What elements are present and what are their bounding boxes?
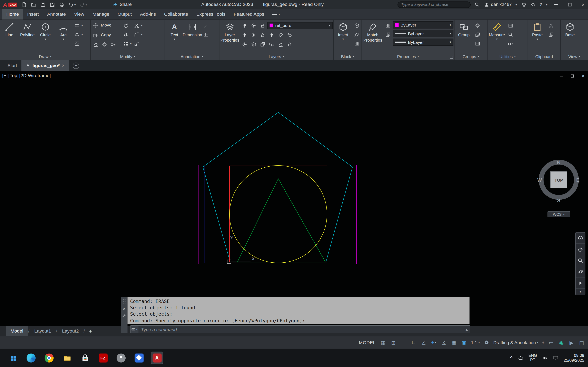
statusbar-plus-button[interactable]: + bbox=[542, 340, 545, 345]
object-color-button[interactable] bbox=[384, 21, 392, 30]
rectangle-button[interactable] bbox=[73, 21, 81, 30]
polyline-button[interactable]: Polyline bbox=[19, 21, 36, 52]
infer-constraints-toggle[interactable]: ≡ bbox=[400, 340, 407, 345]
tab-output[interactable]: Output bbox=[113, 9, 136, 19]
tab-manage[interactable]: Manage bbox=[88, 9, 113, 19]
insert-button[interactable]: Insert▾ bbox=[334, 21, 352, 52]
group-manager-button[interactable] bbox=[473, 39, 481, 48]
object-color-dropdown[interactable]: ByLayer ▾ bbox=[393, 21, 453, 29]
minimize-button[interactable] bbox=[551, 0, 561, 9]
erase-button[interactable] bbox=[91, 40, 100, 48]
rotate-button[interactable] bbox=[121, 21, 130, 30]
start-button[interactable] bbox=[8, 353, 18, 363]
layer-isolate-button[interactable] bbox=[268, 31, 276, 39]
explode-button[interactable] bbox=[100, 40, 108, 48]
layer-unisolate-button[interactable] bbox=[240, 40, 249, 48]
lineweight-dropdown[interactable]: ByLayer ▾ bbox=[393, 39, 453, 46]
command-recent-icon[interactable]: ▾ bbox=[131, 326, 138, 333]
app-store-cart-icon[interactable] bbox=[521, 2, 527, 7]
new-file-button[interactable] bbox=[20, 1, 28, 8]
model-space-indicator[interactable]: MODEL bbox=[359, 340, 376, 345]
layer-lock-icon[interactable] bbox=[259, 21, 267, 30]
open-file-button[interactable] bbox=[30, 1, 38, 8]
viewcube-east[interactable]: E bbox=[576, 177, 579, 183]
selection-filter-toggle[interactable]: ◉ bbox=[558, 340, 565, 345]
polar-tracking-toggle[interactable]: ∠ bbox=[420, 340, 427, 345]
scale-button[interactable] bbox=[132, 39, 140, 48]
autocad-logo[interactable]: A CAD bbox=[0, 0, 20, 9]
file-tab-start[interactable]: Start bbox=[3, 60, 22, 71]
tray-network-icon[interactable] bbox=[553, 355, 559, 361]
drawing-viewport[interactable]: YX [−] [Top] [2D Wireframe] × TOP N W E … bbox=[0, 71, 588, 326]
zoom-extents-button[interactable] bbox=[576, 255, 585, 266]
layer-thaw-icon[interactable] bbox=[249, 21, 258, 30]
tray-clock[interactable]: 09:0925/09/2025 bbox=[563, 353, 584, 363]
fillet-button[interactable] bbox=[132, 30, 140, 39]
utilities-panel-label[interactable]: Utilities▾ bbox=[488, 53, 528, 59]
close-button[interactable]: × bbox=[578, 0, 588, 9]
taskbar-store-icon[interactable] bbox=[79, 352, 91, 364]
save-as-button[interactable] bbox=[48, 1, 56, 8]
array-dropdown-icon[interactable]: ▾ bbox=[130, 42, 131, 45]
stretch-button[interactable] bbox=[109, 40, 117, 48]
file-tab-figuras-geo[interactable]: figuras_geo* × bbox=[21, 60, 69, 71]
square[interactable] bbox=[229, 166, 327, 262]
taskbar-gimp-icon[interactable] bbox=[115, 352, 127, 364]
ellipse-dropdown-icon[interactable]: ▾ bbox=[81, 33, 83, 36]
tab-layout2[interactable]: Layout2 bbox=[58, 326, 83, 336]
redo-button[interactable]: ▾ bbox=[78, 1, 88, 8]
layer-match-button[interactable] bbox=[277, 31, 285, 39]
tab-view[interactable]: View bbox=[70, 9, 88, 19]
graphics-performance-toggle[interactable]: ▶ bbox=[568, 340, 575, 345]
ortho-toggle[interactable]: ∟ bbox=[410, 340, 417, 345]
snap-toggle[interactable]: ⊞ bbox=[390, 340, 397, 345]
modify-panel-label[interactable]: Modify▾ bbox=[91, 53, 164, 59]
viewcube[interactable]: TOP N W E S bbox=[534, 155, 584, 204]
tab-collaborate[interactable]: Collaborate bbox=[160, 9, 192, 19]
new-drawing-tab-button[interactable]: + bbox=[73, 62, 79, 69]
object-snap-tracking-toggle[interactable]: ∡ bbox=[441, 340, 447, 345]
layers-panel-label[interactable]: Layers▾ bbox=[219, 53, 333, 59]
viewport-close-button[interactable]: × bbox=[580, 73, 586, 79]
properties-panel-label[interactable]: Properties▾ bbox=[362, 53, 454, 59]
undo-button[interactable]: ▾ bbox=[67, 1, 77, 8]
cut-button[interactable] bbox=[547, 21, 555, 30]
leader-button[interactable] bbox=[202, 21, 210, 30]
copy-button[interactable]: Copy bbox=[91, 30, 121, 39]
hatch-button[interactable] bbox=[73, 39, 81, 48]
create-block-button[interactable] bbox=[353, 21, 361, 30]
move-button[interactable]: Move bbox=[91, 21, 121, 30]
tab-annotate[interactable]: Annotate bbox=[43, 9, 70, 19]
workspace-gear-icon[interactable] bbox=[483, 340, 490, 345]
taskbar-photos-icon[interactable] bbox=[133, 352, 145, 364]
pan-button[interactable] bbox=[576, 244, 585, 255]
tray-language-indicator[interactable]: ENGPT bbox=[528, 354, 537, 362]
view-panel-label[interactable]: View▾ bbox=[561, 53, 588, 59]
layer-off-button[interactable] bbox=[240, 31, 249, 39]
measure-button[interactable]: Measure▾ bbox=[488, 21, 505, 52]
insert-dropdown-icon[interactable]: ▾ bbox=[342, 38, 344, 41]
group-button[interactable]: Group bbox=[455, 21, 472, 52]
signin-user[interactable]: danix2467 bbox=[484, 2, 512, 7]
layer-fade-button[interactable] bbox=[285, 40, 294, 48]
id-point-button[interactable] bbox=[506, 30, 515, 39]
linetype-dropdown[interactable]: ByLayer ▾ bbox=[393, 30, 453, 37]
command-input[interactable] bbox=[138, 327, 466, 332]
group-edit-button[interactable] bbox=[473, 30, 481, 39]
block-panel-label[interactable]: Block▾ bbox=[334, 53, 362, 59]
arc-button[interactable]: Arc▾ bbox=[55, 21, 72, 52]
fillet-dropdown-icon[interactable]: ▾ bbox=[141, 33, 143, 36]
lineweight-toggle[interactable]: ≣ bbox=[450, 340, 457, 345]
trim-dropdown-icon[interactable]: ▾ bbox=[141, 24, 143, 27]
new-layout-button[interactable]: + bbox=[85, 326, 92, 336]
viewport-control-minus[interactable]: [−] bbox=[2, 73, 8, 78]
dimension-button[interactable]: Dimension bbox=[184, 21, 201, 52]
tab-model[interactable]: Model bbox=[6, 326, 28, 336]
command-window-grip[interactable]: × bbox=[121, 297, 127, 333]
annotation-panel-label[interactable]: Annotation▾ bbox=[165, 53, 219, 59]
tab-layout1[interactable]: Layout1 bbox=[30, 326, 56, 336]
text-dropdown-icon[interactable]: ▾ bbox=[173, 38, 175, 41]
ribbon-display-toggle[interactable]: ▾ bbox=[268, 9, 284, 19]
command-customize-wrench-icon[interactable] bbox=[122, 313, 126, 318]
sync-icon[interactable] bbox=[530, 2, 536, 7]
